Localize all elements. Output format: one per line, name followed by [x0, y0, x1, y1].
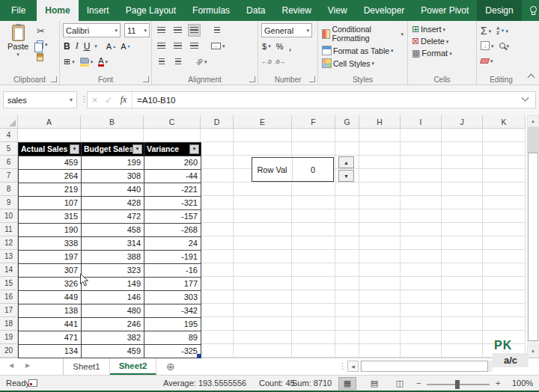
grid-cell-e20[interactable] [234, 344, 292, 358]
grid-cell-j13[interactable] [442, 250, 483, 263]
row-header-11[interactable]: 11 [0, 223, 18, 236]
grid-cell-h11[interactable] [359, 223, 401, 236]
grid-cell-e12[interactable] [234, 236, 292, 250]
grid-cell-j19[interactable] [442, 331, 483, 344]
hscroll-thumb[interactable] [361, 361, 488, 372]
grid-cell-e13[interactable] [234, 250, 292, 263]
page-break-view-button[interactable]: ◫ [391, 377, 409, 390]
table-cell[interactable]: 246 [82, 318, 144, 331]
align-right-button[interactable] [188, 40, 201, 52]
grid-cell-i18[interactable] [401, 317, 442, 331]
grid-cell-j4[interactable] [442, 129, 483, 142]
table-cell[interactable]: -157 [144, 210, 201, 224]
grid-cell-j11[interactable] [442, 223, 483, 236]
grid-cell-h8[interactable] [359, 183, 401, 196]
grid-cell-k15[interactable] [483, 277, 526, 290]
grid-cell-d6[interactable] [201, 156, 234, 169]
grid-cell-j20[interactable] [442, 344, 483, 358]
ribbon-tab-design[interactable]: Design [477, 0, 521, 21]
grid-cell-i19[interactable] [401, 331, 442, 344]
align-middle-button[interactable] [171, 24, 184, 37]
font-size-combo[interactable]: 11▾ [124, 23, 150, 37]
row-header-17[interactable]: 17 [0, 304, 18, 317]
table-cell[interactable]: 264 [19, 170, 82, 183]
grow-font-button[interactable]: A [106, 42, 116, 51]
table-cell[interactable]: 388 [82, 251, 144, 264]
shrink-font-button[interactable]: A [120, 42, 130, 51]
borders-button[interactable]: ⊞▾ [63, 57, 76, 67]
grid-cell-f13[interactable] [292, 250, 335, 263]
percent-style-button[interactable]: % [275, 42, 284, 51]
grid-cell-d13[interactable] [201, 250, 234, 263]
increase-decimal-button[interactable]: ←.0 [261, 58, 271, 65]
grid-cell-d5[interactable] [201, 142, 234, 156]
grid-cell-i8[interactable] [401, 183, 442, 196]
grid-cell-i7[interactable] [401, 169, 442, 183]
grid-cell-k13[interactable] [483, 250, 526, 263]
table-cell[interactable]: 440 [82, 183, 144, 197]
table-cell[interactable]: 326 [19, 278, 82, 291]
grid-cell-f16[interactable] [292, 290, 335, 304]
ribbon-tab-page-layout[interactable]: Page Layout [118, 0, 184, 21]
table-cell[interactable]: 308 [82, 170, 144, 183]
grid-cell-h13[interactable] [359, 250, 401, 263]
table-cell[interactable]: 314 [82, 237, 144, 251]
ribbon-tab-power-pivot[interactable]: Power Pivot [412, 0, 477, 21]
grid-cell-d17[interactable] [201, 304, 234, 317]
italic-button[interactable]: I [75, 40, 79, 52]
table-cell[interactable]: 459 [19, 156, 82, 170]
row-header-18[interactable]: 18 [0, 317, 18, 331]
grid-cell-g4[interactable] [335, 129, 359, 142]
column-header-f[interactable]: F [292, 115, 335, 129]
underline-button[interactable]: U [83, 41, 91, 52]
grid-cell-i11[interactable] [401, 223, 442, 236]
grid-cell-k12[interactable] [483, 236, 526, 250]
grid-cell-h7[interactable] [359, 169, 401, 183]
grid-cell-d7[interactable] [201, 169, 234, 183]
scroll-down-button[interactable]: ▼ [527, 346, 539, 358]
formula-input-area[interactable]: × ✓ fx =A10-B10 [87, 91, 536, 108]
table-cell[interactable]: 307 [19, 264, 82, 278]
table-cell[interactable]: 195 [144, 318, 201, 331]
grid-cell-g5[interactable] [335, 142, 359, 156]
table-cell[interactable]: 177 [144, 278, 201, 291]
grid-cell-g14[interactable] [335, 263, 359, 277]
grid-cell-c4[interactable] [144, 129, 201, 142]
sheet-tab-sheet2[interactable]: Sheet2 [110, 358, 156, 375]
grid-cell-k6[interactable] [483, 156, 526, 169]
zoom-slider[interactable] [427, 384, 490, 385]
column-header-d[interactable]: D [201, 115, 234, 129]
grid-cell-b4[interactable] [81, 129, 144, 142]
filter-button[interactable]: ▼ [70, 144, 79, 154]
row-header-8[interactable]: 8 [0, 183, 18, 196]
macro-record-icon[interactable] [28, 379, 37, 387]
vscroll-track[interactable] [527, 127, 539, 153]
tab-scroll-splitter[interactable]: ⋮ [338, 361, 347, 371]
grid-cell-k10[interactable] [483, 209, 526, 223]
table-cell[interactable]: 472 [82, 210, 144, 224]
grid-cell-d12[interactable] [201, 236, 234, 250]
column-header-c[interactable]: C [144, 115, 201, 129]
insert-cells-button[interactable]: ⊞Insert▾ [411, 25, 453, 34]
grid-cell-k7[interactable] [483, 169, 526, 183]
table-cell[interactable]: -221 [144, 183, 201, 197]
grid-cell-h14[interactable] [359, 263, 401, 277]
table-cell[interactable]: 449 [19, 291, 82, 304]
paste-button[interactable]: Paste ▾ [3, 23, 33, 74]
grid-cell-g8[interactable] [335, 183, 359, 196]
cell-styles-button[interactable]: Cell Styles▾ [321, 58, 404, 68]
grid-cell-g20[interactable] [335, 344, 359, 358]
grid-cell-f12[interactable] [292, 236, 335, 250]
format-painter-button[interactable] [36, 53, 49, 61]
sheet-tab-sheet1[interactable]: Sheet1 [64, 358, 110, 375]
grid-cell-h4[interactable] [359, 129, 401, 142]
grid-cell-k11[interactable] [483, 223, 526, 236]
cancel-button[interactable]: × [88, 94, 102, 105]
grid-cell-h20[interactable] [359, 344, 401, 358]
zoom-in-button[interactable]: + [496, 379, 500, 388]
format-as-table-button[interactable]: Format as Table▾ [321, 46, 404, 55]
table-cell[interactable]: 199 [82, 156, 144, 170]
decrease-decimal-button[interactable]: .0→ [275, 58, 284, 65]
table-cell[interactable]: 382 [82, 331, 144, 345]
zoom-level[interactable]: 100% [512, 379, 533, 388]
